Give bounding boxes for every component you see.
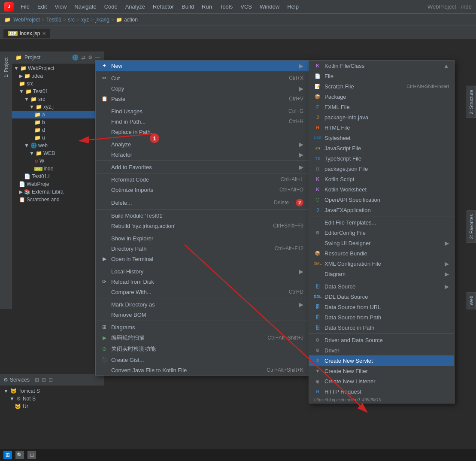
menu-file[interactable]: File — [17, 2, 33, 11]
sub-datasource-url[interactable]: 🗄 Data Source from URL — [309, 302, 454, 312]
sub-javafx[interactable]: J JavaFXApplication — [309, 205, 454, 215]
sub-package-json[interactable]: {} package.json File — [309, 164, 454, 174]
ctx-show-explorer[interactable]: Show in Explorer — [96, 233, 309, 243]
sub-create-filter[interactable]: ▼ Create New Filter — [309, 366, 454, 376]
breadcrumb-src[interactable]: src — [68, 17, 75, 23]
tree-scratches[interactable]: 📋 Scratches and — [12, 196, 104, 203]
panel-tool-sync[interactable]: ⇄ — [81, 55, 85, 61]
ctx-reload[interactable]: ⟳ Reload from Disk — [96, 276, 309, 287]
tree-test01-iml[interactable]: 📄 Test01.i — [12, 173, 104, 180]
breadcrumb-xyz[interactable]: xyz — [81, 17, 89, 23]
ctx-reformat[interactable]: Reformat Code Ctrl+Alt+L — [96, 174, 309, 185]
breadcrumb-jrkang[interactable]: jrkang — [95, 17, 109, 23]
tree-external-libs[interactable]: ▶ 📚 External Libra — [12, 188, 104, 196]
tree-webproject[interactable]: ▼ 📁 WebProject — [12, 64, 104, 72]
ctx-optimize-imports[interactable]: Optimize Imports Ctrl+Alt+O — [96, 185, 309, 195]
tree-xyz[interactable]: ▼ 📁 xyz.j — [12, 103, 104, 111]
sub-fxml[interactable]: F FXML File — [309, 102, 454, 112]
tree-b-folder[interactable]: 📁 b — [12, 118, 104, 126]
menu-edit[interactable]: Edit — [34, 2, 50, 11]
sub-scratch-file[interactable]: 📝 Scratch File Ctrl+Alt+Shift+Insert — [309, 81, 454, 91]
breadcrumb-test01[interactable]: Test01 — [46, 17, 61, 23]
sub-http-request[interactable]: H HTTP Request — [309, 386, 454, 397]
ctx-analyze[interactable]: Analyze ▶ — [96, 139, 309, 149]
sub-driver[interactable]: ⚙ Driver — [309, 345, 454, 355]
panel-tool-minimize[interactable]: — — [95, 55, 100, 61]
ctx-mark-directory[interactable]: Mark Directory as ▶ — [96, 299, 309, 309]
menu-view[interactable]: View — [51, 2, 70, 11]
sub-kotlin-worksheet[interactable]: K Kotlin Worksheet — [309, 184, 454, 194]
menu-tools[interactable]: Tools — [216, 2, 236, 11]
sub-driver-datasource[interactable]: ⚙ Driver and Data Source — [309, 335, 454, 345]
ctx-build-module[interactable]: Build Module 'Test01' — [96, 210, 309, 221]
menu-build[interactable]: Build — [178, 2, 197, 11]
sub-kotlin-file[interactable]: K Kotlin File/Class ▲ — [309, 61, 454, 71]
service-ur[interactable]: 🐱 Ur — [2, 403, 103, 410]
menu-vcs[interactable]: VCS — [237, 2, 255, 11]
ctx-convert-java[interactable]: Convert Java File to Kotlin File Ctrl+Al… — [96, 365, 309, 375]
menu-code[interactable]: Code — [101, 2, 121, 11]
service-not-s[interactable]: ▼ ⚙ Not S — [2, 395, 103, 403]
ctx-local-history[interactable]: Local History ▶ — [96, 266, 309, 276]
sidebar-project-label[interactable]: 1: Project — [3, 55, 9, 80]
favorites-tab[interactable]: 2: Favorites — [467, 210, 476, 243]
tree-u-folder[interactable]: 📁 u — [12, 134, 104, 142]
sub-package[interactable]: 📦 Package — [309, 91, 454, 102]
sub-package-info[interactable]: J package-info.java — [309, 112, 454, 122]
breadcrumb-action[interactable]: action — [124, 17, 138, 23]
services-tool-layout[interactable]: ⊡ — [49, 377, 53, 383]
sub-ts-file[interactable]: TS TypeScript File — [309, 153, 454, 164]
tree-index-jsp[interactable]: JSP inde — [12, 165, 104, 173]
panel-tool-globe[interactable]: 🌐 — [72, 55, 79, 61]
service-tomcat[interactable]: ▼ 🐱 Tomcat S — [2, 387, 103, 395]
tree-d-folder[interactable]: 📁 d — [12, 126, 104, 134]
sub-create-listener[interactable]: ◉ Create New Listener — [309, 376, 454, 386]
ctx-delete[interactable]: Delete... Delete 2 — [96, 197, 309, 208]
tab-index-jsp[interactable]: JSP index.jsp ✕ — [3, 29, 50, 38]
menu-navigate[interactable]: Navigate — [71, 2, 100, 11]
windows-icon[interactable]: ⊞ — [3, 451, 12, 459]
tree-action-folder[interactable]: 📁 a — [12, 111, 104, 118]
close-icon[interactable]: ✕ — [42, 31, 46, 36]
tree-idea[interactable]: ▶ 📁 .idea — [12, 72, 104, 80]
sub-js-file[interactable]: JS JavaScript File — [309, 143, 454, 153]
sub-file[interactable]: 📄 File — [309, 71, 454, 81]
ctx-code-scan[interactable]: ▶ 编码规约扫描 Ctrl+Alt+Shift+J — [96, 332, 309, 343]
ctx-find-usages[interactable]: Find Usages Ctrl+G — [96, 106, 309, 116]
ctx-remove-bom[interactable]: Remove BOM — [96, 309, 309, 320]
ctx-refactor[interactable]: Refactor ▶ — [96, 149, 309, 160]
tree-src-root[interactable]: 📁 src — [12, 80, 104, 88]
sub-datasource-path[interactable]: 🗄 Data Source from Path — [309, 312, 454, 322]
menu-refactor[interactable]: Refactor — [149, 2, 177, 11]
ctx-diagrams[interactable]: ⊞ Diagrams — [96, 322, 309, 332]
ctx-create-gist[interactable]: ⚫ Create Gist... — [96, 355, 309, 365]
ctx-open-terminal[interactable]: ▶ Open in Terminal — [96, 254, 309, 264]
sub-xml-config[interactable]: XML XML Configuration File ▶ — [309, 258, 454, 269]
sub-stylesheet[interactable]: CSS Stylesheet — [309, 133, 454, 143]
ctx-realtime-check[interactable]: ⊙ 关闭实时检测功能 — [96, 343, 309, 355]
menu-window[interactable]: Window — [256, 2, 283, 11]
services-tool-collapse[interactable]: ⊟ — [42, 377, 46, 383]
tree-webproject-file[interactable]: 📄 WebProje — [12, 180, 104, 188]
tree-test01[interactable]: ▼ 📁 Test01 — [12, 88, 104, 95]
tree-src[interactable]: ▼ 📁 src — [12, 95, 104, 103]
sub-diagram[interactable]: Diagram ▶ — [309, 269, 454, 279]
ctx-add-favorites[interactable]: Add to Favorites ▶ — [96, 162, 309, 172]
ctx-directory-path[interactable]: Directory Path Ctrl+Alt+F12 — [96, 243, 309, 254]
sub-html-file[interactable]: H HTML File — [309, 122, 454, 133]
panel-tool-gear[interactable]: ⚙ — [88, 55, 93, 61]
sub-datasource-in-path[interactable]: 🗄 Data Source in Path — [309, 322, 454, 333]
services-tool-expand[interactable]: ⊞ — [35, 377, 39, 383]
menu-help[interactable]: Help — [284, 2, 302, 11]
sub-swing-ui[interactable]: Swing UI Designer ▶ — [309, 238, 454, 248]
ctx-paste[interactable]: 📋 Paste Ctrl+V — [96, 94, 309, 104]
sub-data-source[interactable]: 🗄 Data Source ▶ — [309, 281, 454, 291]
ctx-new[interactable]: ✦ New ▶ — [96, 61, 309, 71]
ctx-compare-with[interactable]: Compare With... Ctrl+D — [96, 287, 309, 297]
sub-edit-templates[interactable]: Edit File Templates... — [309, 217, 454, 227]
menu-run[interactable]: Run — [198, 2, 215, 11]
sub-ddl-datasource[interactable]: DDL DDL Data Source — [309, 291, 454, 302]
menu-analyze[interactable]: Analyze — [122, 2, 149, 11]
sub-resource-bundle[interactable]: 📦 Resource Bundle — [309, 248, 454, 258]
sub-openapi[interactable]: ⬡ OpenAPI Specification — [309, 194, 454, 205]
